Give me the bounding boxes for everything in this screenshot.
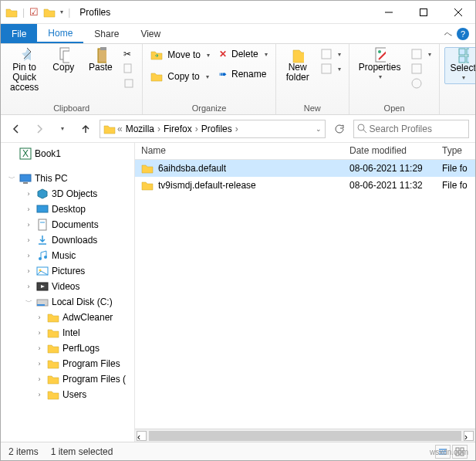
expand-icon[interactable]: ﹀ <box>24 297 33 307</box>
open-button[interactable]: ▾ <box>408 47 434 61</box>
chevron-right-icon[interactable]: › <box>195 124 198 134</box>
nav-item[interactable]: ›Intel <box>1 325 134 341</box>
close-button[interactable] <box>441 1 475 23</box>
watermark: wsxdn.com <box>430 448 468 456</box>
svg-rect-8 <box>124 64 131 73</box>
search-box[interactable] <box>353 120 469 138</box>
nav-item[interactable]: ›Videos <box>1 279 134 294</box>
nav-item[interactable]: ›Program Files ( <box>1 371 134 387</box>
select-button[interactable]: Select ▾ <box>444 47 476 84</box>
folder-icon <box>47 342 59 354</box>
help-icon[interactable]: ? <box>457 28 469 40</box>
chevron-right-icon[interactable]: › <box>235 124 238 134</box>
divider: | <box>68 7 70 18</box>
maximize-button[interactable] <box>406 1 441 23</box>
group-label-clipboard: Clipboard <box>5 102 137 113</box>
tab-home[interactable]: Home <box>37 24 83 43</box>
svg-rect-5 <box>63 51 69 63</box>
nav-item[interactable]: ›Downloads <box>1 232 134 248</box>
svg-rect-21 <box>467 56 469 63</box>
search-icon <box>357 124 366 134</box>
new-item-button[interactable]: ▾ <box>318 47 344 61</box>
cut-button[interactable]: ✂ <box>120 47 137 61</box>
nav-item-local-disk[interactable]: ﹀Local Disk (C:) <box>1 294 134 310</box>
scroll-left-button[interactable]: ‹ <box>137 431 147 441</box>
nav-item[interactable]: ›Users <box>1 387 134 402</box>
tab-file[interactable]: File <box>1 24 37 43</box>
scroll-thumb[interactable] <box>149 431 461 441</box>
rename-button[interactable]: ➠Rename <box>216 67 271 81</box>
delete-icon: ✕ <box>219 49 227 59</box>
qat-checkbox-icon[interactable]: ☑ <box>29 6 39 18</box>
scroll-right-button[interactable]: › <box>464 431 474 441</box>
minimize-button[interactable] <box>371 1 406 23</box>
svg-rect-11 <box>322 49 331 59</box>
nav-item-this-pc[interactable]: ﹀This PC <box>1 171 134 186</box>
tab-share[interactable]: Share <box>83 24 130 43</box>
up-button[interactable] <box>76 120 95 138</box>
chevron-right-icon[interactable]: › <box>157 124 160 134</box>
svg-rect-6 <box>98 49 106 63</box>
paste-button[interactable]: Paste <box>83 47 117 74</box>
nav-item[interactable]: ›Program Files <box>1 356 134 371</box>
tab-view[interactable]: View <box>130 24 171 43</box>
svg-rect-26 <box>20 175 31 181</box>
nav-item[interactable]: ›AdwCleaner <box>1 310 134 325</box>
window-title: Profiles <box>75 7 371 18</box>
folder-icon <box>47 358 59 370</box>
column-name[interactable]: Name <box>135 143 343 159</box>
properties-button[interactable]: Properties ▾ <box>354 47 406 83</box>
nav-item[interactable]: ›3D Objects <box>1 186 134 202</box>
forward-button <box>30 120 49 138</box>
chevron-down-icon: ▾ <box>461 75 465 82</box>
breadcrumb[interactable]: Mozilla <box>124 124 156 134</box>
file-list[interactable]: 6aihdsba.default08-06-2021 11:29File fot… <box>135 160 475 429</box>
pin-quick-access-button[interactable]: Pin to Quick access <box>5 47 43 95</box>
easy-access-button[interactable]: ▾ <box>318 62 344 76</box>
drive-icon <box>36 296 49 308</box>
nav-item[interactable]: ›Documents <box>1 217 134 232</box>
new-folder-button[interactable]: New folder <box>281 47 315 84</box>
edit-button[interactable] <box>408 62 434 76</box>
search-input[interactable] <box>370 124 465 134</box>
svg-rect-28 <box>37 205 48 212</box>
nav-item[interactable]: ›Pictures <box>1 263 134 279</box>
folder-icon <box>47 311 59 324</box>
nav-item-book1[interactable]: XBook1 <box>1 146 134 161</box>
copy-to-button[interactable]: Copy to▾ <box>147 69 213 84</box>
svg-rect-19 <box>467 49 469 55</box>
chevron-down-icon: ▾ <box>263 51 268 58</box>
address-bar[interactable]: « Mozilla › Firefox › Profiles › ⌄ <box>100 120 326 138</box>
column-date[interactable]: Date modified <box>343 143 436 159</box>
column-type[interactable]: Type <box>436 143 475 159</box>
move-to-button[interactable]: Move to▾ <box>147 47 213 63</box>
expand-icon[interactable]: ﹀ <box>7 174 16 184</box>
delete-button[interactable]: ✕Delete▾ <box>216 47 271 61</box>
recent-locations-button[interactable]: ▾ <box>53 120 72 138</box>
breadcrumb[interactable]: Firefox <box>162 124 194 134</box>
breadcrumb[interactable]: Profiles <box>200 124 234 134</box>
shell-icon <box>36 249 49 262</box>
chevron-down-icon: ▾ <box>205 52 210 59</box>
horizontal-scrollbar[interactable]: ‹ › <box>135 429 475 442</box>
refresh-button[interactable] <box>330 120 349 138</box>
navigation-pane[interactable]: XBook1 ﹀This PC ›3D Objects›Desktop›Docu… <box>1 143 135 442</box>
ribbon-collapse-icon[interactable]: へ <box>444 29 452 39</box>
chevron-right-icon[interactable]: « <box>117 124 123 134</box>
qat-dropdown[interactable]: ▾ <box>60 8 63 15</box>
addr-dropdown[interactable]: ⌄ <box>316 125 322 133</box>
copy-button[interactable]: Copy <box>46 47 80 74</box>
nav-item[interactable]: ›Music <box>1 248 134 263</box>
nav-item[interactable]: ›PerfLogs <box>1 341 134 356</box>
svg-rect-37 <box>37 304 45 306</box>
nav-item[interactable]: ›Desktop <box>1 202 134 217</box>
back-button[interactable] <box>7 120 25 138</box>
history-button[interactable] <box>408 76 434 90</box>
svg-point-17 <box>412 79 421 88</box>
copy-path-button <box>120 62 137 76</box>
new-folder-icon <box>292 49 304 61</box>
column-headers[interactable]: Name Date modified Type <box>135 143 475 160</box>
shell-icon <box>36 234 49 246</box>
table-row[interactable]: tv9ismdj.default-release08-06-2021 11:32… <box>135 177 475 194</box>
table-row[interactable]: 6aihdsba.default08-06-2021 11:29File fo <box>135 160 475 177</box>
